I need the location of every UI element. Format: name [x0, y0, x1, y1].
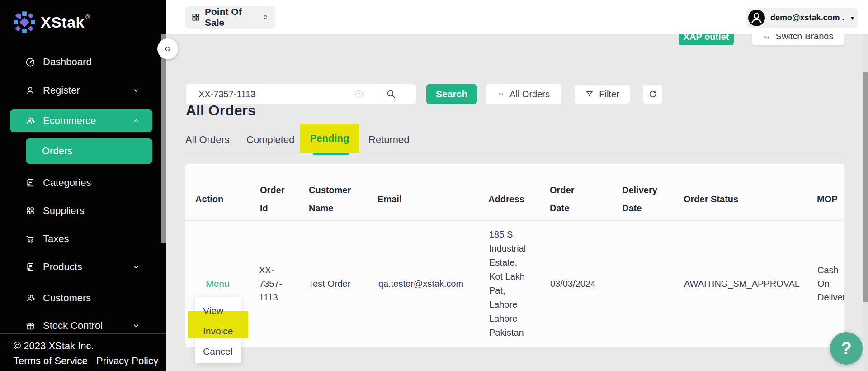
column-header-order-id: Order Id	[260, 178, 292, 220]
address-line: Pakistan	[489, 326, 526, 340]
user-email: demo@xstak.com .	[770, 13, 844, 23]
user-menu[interactable]: demo@xstak.com . ▼	[746, 8, 858, 28]
workspace-selector[interactable]: Point Of Sale	[185, 6, 275, 29]
orders-dropdown-label: All Orders	[509, 89, 550, 100]
sidebar-item-label: Taxes	[43, 233, 69, 245]
sidebar-item-label: Suppliers	[43, 205, 85, 217]
cell-order-date: 03/03/2024	[550, 220, 595, 347]
active-tab-underline	[313, 153, 349, 155]
terms-link[interactable]: Terms of Service	[14, 355, 88, 367]
gauge-icon	[25, 57, 36, 67]
privacy-link[interactable]: Privacy Policy	[96, 355, 158, 367]
sidebar-item-categories[interactable]: Categories	[0, 171, 166, 194]
search-button[interactable]: Search	[426, 84, 477, 104]
chevron-down-icon	[132, 86, 140, 95]
sidebar-item-label: Dashboard	[43, 56, 92, 68]
address-line: Industrial	[489, 242, 526, 256]
cell-mop: Cash On Deliver	[817, 220, 844, 347]
sidebar-item-customers[interactable]: Customers	[0, 287, 166, 309]
sidebar-item-label: Customers	[43, 292, 91, 304]
menu-item-cancel[interactable]: Cancel	[195, 341, 241, 361]
chevron-down-icon	[132, 322, 140, 330]
sidebar-item-label: Stock Control	[43, 320, 103, 332]
menu-item-invoice[interactable]: Invoice	[195, 321, 241, 341]
filter-label: Filter	[599, 89, 619, 100]
cart-icon	[25, 233, 36, 244]
mop-line: On	[817, 277, 844, 290]
workspace-label: Point Of Sale	[205, 6, 257, 28]
funnel-icon	[585, 90, 594, 99]
users-plus-icon	[25, 115, 36, 126]
tab-pending-highlight[interactable]: Pending	[300, 124, 359, 153]
order-id-line: 1113	[259, 290, 282, 304]
sidebar-item-label: Orders	[42, 145, 72, 157]
orders-table: Action Order Id Customer Name Email Addr…	[185, 164, 844, 347]
page-scrollbar-track[interactable]	[863, 34, 868, 371]
users-plus-icon	[25, 293, 36, 304]
updown-chevron-icon	[262, 13, 269, 21]
grid-small-icon	[191, 13, 200, 22]
orders-filter-dropdown[interactable]: All Orders	[486, 84, 561, 104]
clear-icon[interactable]	[354, 89, 364, 99]
registered-mark: ®	[85, 14, 90, 20]
search-input[interactable]	[186, 84, 349, 104]
tab-pending: Pending	[310, 133, 349, 144]
mop-line: Deliver	[817, 290, 844, 304]
sidebar-item-products[interactable]: Products	[0, 256, 166, 278]
sidebar-item-register[interactable]: Register	[0, 79, 166, 102]
order-id-line: XX-	[259, 263, 282, 277]
filter-button[interactable]: Filter	[575, 85, 630, 104]
chevron-down-icon	[497, 90, 505, 98]
tab-returned[interactable]: Returned	[368, 134, 410, 146]
column-header-order-date: Order Date	[550, 178, 585, 220]
order-id-line: 7357-	[259, 277, 282, 290]
refresh-icon	[647, 89, 658, 100]
sidebar-item-dashboard[interactable]: Dashboard	[0, 51, 166, 73]
user-icon	[25, 85, 36, 96]
cell-customer-name: Test Order	[308, 220, 350, 347]
sidebar-collapse-button[interactable]	[157, 38, 178, 59]
grid-icon	[25, 205, 36, 216]
sidebar-item-ecommerce[interactable]: Ecommerce	[10, 109, 152, 132]
page-scrollbar-thumb[interactable]	[863, 72, 868, 302]
tabs-divider	[185, 155, 844, 155]
doc-list-icon	[25, 262, 36, 272]
gift-icon	[25, 320, 36, 331]
address-line: Lahore	[489, 312, 526, 326]
address-line: Kot Lakh	[489, 270, 526, 284]
sidebar-scrollbar[interactable]	[161, 34, 166, 243]
address-line: Lahore	[489, 298, 526, 312]
xstak-logo-icon	[13, 10, 36, 34]
sidebar-item-label: Register	[43, 85, 80, 96]
column-header-action: Action	[195, 178, 223, 220]
column-header-address: Address	[488, 178, 524, 220]
column-header-mop: MOP	[817, 178, 838, 220]
chevron-up-icon	[132, 117, 140, 125]
search-box	[186, 84, 416, 104]
help-button[interactable]: ?	[830, 332, 863, 365]
address-line: 185 S,	[489, 228, 526, 242]
mop-line: Cash	[817, 263, 844, 277]
search-icon[interactable]	[386, 89, 396, 100]
sidebar-item-label: Categories	[43, 177, 91, 189]
table-row: Menu XX- 7357- 1113 Test Order qa.tester…	[185, 220, 844, 347]
brand-name: XStak	[41, 14, 85, 31]
tab-completed[interactable]: Completed	[246, 134, 294, 146]
column-header-order-status: Order Status	[684, 178, 738, 220]
sidebar-item-orders[interactable]: Orders	[26, 138, 152, 164]
address-line: Estate,	[489, 256, 526, 270]
cell-order-id: XX- 7357- 1113	[259, 220, 292, 347]
menu-item-view[interactable]: View	[195, 300, 241, 321]
sidebar-item-taxes[interactable]: Taxes	[0, 228, 166, 250]
sidebar-item-label: Ecommerce	[43, 115, 96, 127]
address-line: Pat,	[489, 284, 526, 298]
page-title: All Orders	[186, 102, 256, 119]
column-header-customer-name: Customer Name	[309, 178, 361, 220]
collapse-chevrons-icon	[163, 44, 173, 54]
cell-email: qa.tester@xstak.com	[378, 220, 463, 347]
cell-address: 185 S, Industrial Estate, Kot Lakh Pat, …	[489, 220, 540, 347]
sidebar: XStak ® Dashboard Register	[0, 0, 166, 371]
sidebar-item-suppliers[interactable]: Suppliers	[0, 200, 166, 222]
tab-all-orders[interactable]: All Orders	[185, 134, 230, 146]
refresh-button[interactable]	[643, 85, 662, 104]
